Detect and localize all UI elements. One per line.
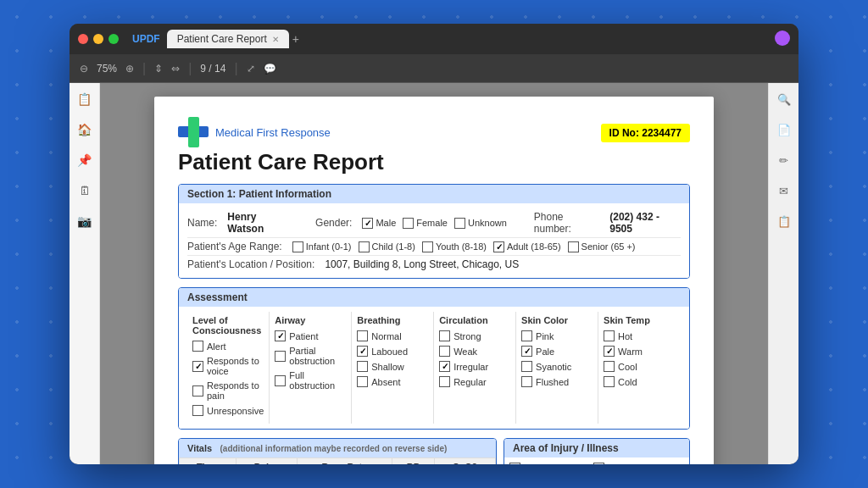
- separator2: |: [188, 61, 192, 76]
- location-row: Patient's Location / Position: 1007, Bui…: [187, 256, 681, 273]
- tab-close-icon[interactable]: ✕: [272, 35, 279, 44]
- loc-unresponsive-label: Unresponsive: [207, 406, 264, 416]
- loc-pain-label: Responds to pain: [207, 380, 264, 401]
- active-tab[interactable]: Patient Care Report ✕: [167, 30, 289, 48]
- maximize-button[interactable]: [108, 34, 119, 44]
- airway-patient-cb[interactable]: [275, 330, 286, 341]
- close-button[interactable]: [78, 34, 88, 44]
- skin-flushed-cb[interactable]: [521, 376, 532, 387]
- right-clipboard-icon[interactable]: 📋: [775, 212, 793, 230]
- titlebar: UPDF Patient Care Report ✕ +: [70, 24, 798, 54]
- age-senior-checkbox[interactable]: [568, 241, 579, 252]
- browser-window: UPDF Patient Care Report ✕ + ⊖ 75% ⊕ | ⇕…: [70, 24, 798, 464]
- age-youth-label: Youth (8-18): [436, 241, 487, 252]
- skin-pale: Pale: [521, 346, 593, 357]
- sidebar-icon-pin[interactable]: 📌: [75, 151, 94, 169]
- right-sidebar: 🔍 📄 ✏ ✉ 📋: [768, 83, 798, 464]
- age-senior-label: Senior (65 +): [581, 241, 636, 252]
- circ-irregular-cb[interactable]: [439, 361, 450, 372]
- skin-pale-cb[interactable]: [521, 346, 532, 357]
- age-adult-checkbox[interactable]: [493, 241, 504, 252]
- zoom-in-button[interactable]: ⊕: [125, 63, 134, 75]
- circ-regular-cb[interactable]: [439, 376, 450, 387]
- gender-unknown-item: Unknown: [454, 218, 507, 229]
- age-infant-checkbox[interactable]: [292, 241, 303, 252]
- gender-male-checkbox[interactable]: [362, 218, 373, 229]
- breathing-normal-cb[interactable]: [357, 330, 368, 341]
- sidebar-icon-calendar[interactable]: 🗓: [75, 181, 94, 200]
- temp-hot-label: Hot: [618, 331, 632, 341]
- area-face-cb[interactable]: [593, 463, 604, 464]
- minimize-button[interactable]: [93, 34, 103, 44]
- assessment-grid: Level of Consciousness Alert Responds to…: [187, 312, 681, 424]
- loc-unresponsive: Unresponsive: [192, 405, 264, 416]
- fit-page-button[interactable]: ⇕: [154, 63, 163, 75]
- sidebar-icon-photo[interactable]: 📷: [75, 212, 94, 230]
- breathing-laboured-cb[interactable]: [357, 346, 368, 357]
- gender-female-item: Female: [403, 218, 448, 229]
- left-sidebar: 📋 🏠 📌 🗓 📷: [70, 83, 100, 464]
- zoom-out-button[interactable]: ⊖: [80, 63, 88, 75]
- traffic-lights: [78, 34, 119, 44]
- area-header: Area of Injury / Illness: [504, 439, 689, 458]
- airway-partial: Partial obstruction: [275, 346, 346, 366]
- right-document-icon[interactable]: 📄: [775, 120, 793, 139]
- col-resp: Resp Rate: [298, 458, 392, 465]
- temp-cool-cb[interactable]: [604, 361, 615, 372]
- airway-full-cb[interactable]: [275, 375, 286, 386]
- loc-unresponsive-cb[interactable]: [192, 405, 203, 416]
- document-area: Medical First Response Patient Care Repo…: [100, 83, 768, 464]
- temp-cold-cb[interactable]: [604, 376, 615, 387]
- right-search-icon[interactable]: 🔍: [775, 90, 793, 108]
- gender-male-label: Male: [376, 218, 396, 228]
- airway-patient-label: Patient: [289, 331, 318, 341]
- age-infant: Infant (0-1): [292, 241, 352, 252]
- tab-bar: UPDF Patient Care Report ✕ +: [132, 30, 299, 48]
- comment-button[interactable]: 💬: [264, 63, 276, 75]
- area-head-cb[interactable]: [509, 463, 520, 464]
- right-edit-icon[interactable]: ✏: [775, 151, 793, 169]
- skin-flushed-label: Flushed: [536, 377, 569, 387]
- temp-hot-cb[interactable]: [604, 330, 615, 341]
- loc-pain: Responds to pain: [192, 380, 264, 401]
- age-child-checkbox[interactable]: [359, 241, 370, 252]
- skin-syanotic-cb[interactable]: [521, 361, 532, 372]
- right-mail-icon[interactable]: ✉: [775, 181, 793, 200]
- area-section: Area of Injury / Illness Head Face: [504, 438, 690, 464]
- loc-alert-cb[interactable]: [192, 341, 203, 352]
- circulation-header: Circulation: [439, 315, 510, 325]
- age-youth-checkbox[interactable]: [422, 241, 433, 252]
- airway-partial-cb[interactable]: [275, 351, 286, 362]
- col-spo2: SpO2: [435, 458, 496, 465]
- temp-warm-cb[interactable]: [604, 346, 615, 357]
- logo-cross: [178, 117, 209, 147]
- breathing-shallow-cb[interactable]: [357, 361, 368, 372]
- circ-strong-cb[interactable]: [439, 330, 450, 341]
- breathing-absent-cb[interactable]: [357, 376, 368, 387]
- fit-width-button[interactable]: ⇔: [171, 63, 180, 75]
- loc-pain-cb[interactable]: [192, 385, 203, 396]
- age-youth: Youth (8-18): [422, 241, 487, 252]
- assessment-header: Assessment: [179, 288, 689, 307]
- circ-strong: Strong: [439, 330, 510, 341]
- loc-voice-cb[interactable]: [192, 361, 203, 372]
- skin-pink-cb[interactable]: [521, 330, 532, 341]
- skin-temp-column: Skin Temp Hot Warm: [598, 312, 681, 424]
- age-adult-label: Adult (18-65): [507, 241, 561, 252]
- skin-syanotic-label: Syanotic: [536, 362, 571, 372]
- gender-female-label: Female: [416, 218, 448, 228]
- circ-weak-cb[interactable]: [439, 346, 450, 357]
- gender-unknown-checkbox[interactable]: [454, 218, 465, 229]
- new-tab-button[interactable]: +: [292, 32, 299, 46]
- airway-patient: Patient: [275, 330, 346, 341]
- skin-temp-header: Skin Temp: [604, 315, 676, 325]
- sidebar-icon-home[interactable]: 🏠: [75, 120, 94, 139]
- app-label: UPDF: [132, 33, 160, 45]
- sidebar-icon-document[interactable]: 📋: [75, 90, 94, 108]
- assessment-body: Level of Consciousness Alert Responds to…: [179, 307, 689, 429]
- expand-button[interactable]: ⤢: [247, 63, 255, 75]
- age-infant-label: Infant (0-1): [306, 241, 352, 252]
- document: Medical First Response Patient Care Repo…: [154, 97, 714, 464]
- temp-cold: Cold: [604, 376, 676, 387]
- gender-female-checkbox[interactable]: [403, 218, 414, 229]
